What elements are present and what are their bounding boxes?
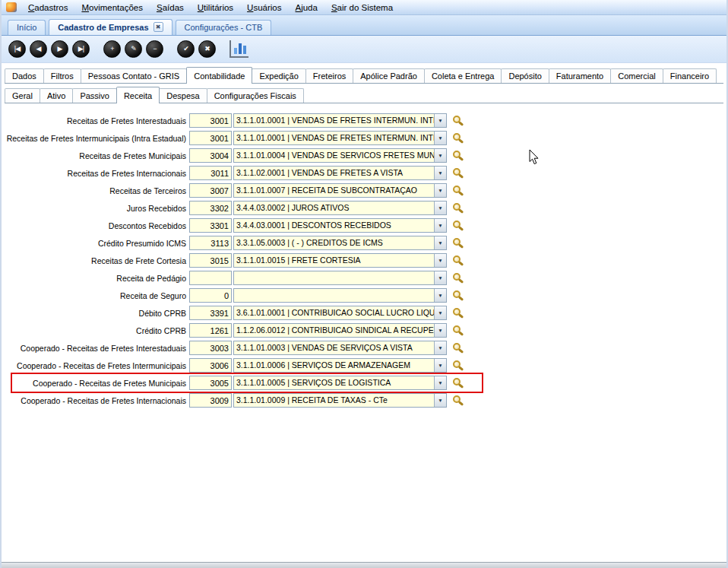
account-code-input[interactable]: [189, 148, 232, 163]
chevron-down-icon[interactable]: ▼: [434, 184, 446, 197]
account-code-input[interactable]: [189, 201, 232, 215]
menu-item-utilitarios[interactable]: Utilitários: [191, 2, 240, 14]
account-combobox[interactable]: 3.1.1.01.0004 | VENDAS DE SERVICOS FRETE…: [233, 148, 447, 163]
account-code-input[interactable]: [189, 236, 232, 250]
account-combobox[interactable]: 3.1.1.01.0006 | SERVIÇOS DE ARMAZENAGEM …: [233, 358, 447, 373]
tab-faturamento[interactable]: Faturamento: [549, 68, 611, 83]
account-code-input[interactable]: [189, 323, 232, 338]
search-lookup-button[interactable]: [451, 183, 467, 198]
account-code-input[interactable]: [189, 113, 232, 128]
tab-deposito[interactable]: Depósito: [501, 68, 549, 83]
first-record-button[interactable]: |◀: [8, 40, 26, 58]
tab-apolice-padrao[interactable]: Apólice Padrão: [353, 68, 425, 83]
chevron-down-icon[interactable]: ▼: [434, 306, 446, 319]
account-combobox[interactable]: 3.1.1.01.0005 | SERVIÇOS DE LOGISTICA ▼: [233, 376, 447, 390]
tab-freteiros[interactable]: Freteiros: [305, 68, 353, 83]
subtab-passivo[interactable]: Passivo: [72, 88, 117, 103]
search-lookup-button[interactable]: [451, 148, 467, 163]
search-lookup-button[interactable]: [451, 166, 467, 181]
chevron-down-icon[interactable]: ▼: [434, 341, 446, 354]
account-combobox[interactable]: 3.1.1.02.0001 | VENDAS DE FRETES A VISTA…: [233, 166, 447, 180]
search-lookup-button[interactable]: [451, 236, 467, 251]
chevron-down-icon[interactable]: ▼: [434, 324, 446, 337]
search-lookup-button[interactable]: [451, 201, 467, 216]
menu-item-cadastros[interactable]: Cadastros: [21, 2, 74, 14]
chart-button[interactable]: [229, 40, 248, 58]
menu-item-sair-do-sistema[interactable]: Sair do Sistema: [324, 2, 400, 14]
tab-filtros[interactable]: Filtros: [43, 68, 81, 83]
close-tab-icon[interactable]: ✖: [154, 22, 163, 32]
account-combobox[interactable]: 3.1.1.01.0001 | VENDAS DE FRETES INTERMU…: [233, 113, 447, 128]
account-code-input[interactable]: [189, 306, 232, 320]
account-combobox[interactable]: 3.1.1.01.0015 | FRETE CORTESIA ▼: [233, 253, 447, 268]
menu-item-usuarios[interactable]: Usuários: [240, 2, 288, 14]
search-lookup-button[interactable]: [451, 393, 467, 408]
chevron-down-icon[interactable]: ▼: [434, 149, 446, 162]
delete-record-button[interactable]: −: [146, 40, 163, 58]
account-combobox[interactable]: 3.6.1.01.0001 | CONTRIBUICAO SOCIAL LUCR…: [233, 306, 447, 320]
chevron-down-icon[interactable]: ▼: [434, 114, 446, 127]
chevron-down-icon[interactable]: ▼: [434, 236, 446, 249]
account-code-input[interactable]: [189, 358, 232, 373]
account-code-input[interactable]: [189, 183, 232, 198]
account-combobox[interactable]: 3.1.1.01.0009 | RECEITA DE TAXAS - CTe ▼: [233, 393, 447, 408]
window-tab-cadastro-de-empresas[interactable]: Cadastro de Empresas✖: [49, 19, 172, 35]
search-lookup-button[interactable]: [451, 113, 467, 129]
search-lookup-button[interactable]: [451, 253, 467, 268]
tab-coleta-e-entrega[interactable]: Coleta e Entrega: [424, 68, 502, 83]
next-record-button[interactable]: ▶: [51, 40, 68, 58]
confirm-button[interactable]: ✔: [177, 40, 195, 58]
menu-item-movimentacoes[interactable]: Movimentações: [74, 2, 150, 14]
account-combobox[interactable]: 1.1.2.06.0012 | CONTRIBUICAO SINDICAL A …: [233, 323, 447, 338]
account-combobox[interactable]: 3.1.1.01.0001 | VENDAS DE FRETES INTERMU…: [233, 131, 447, 145]
search-lookup-button[interactable]: [451, 131, 467, 146]
chevron-down-icon[interactable]: ▼: [434, 376, 446, 389]
edit-record-button[interactable]: ✎: [125, 40, 142, 58]
chevron-down-icon[interactable]: ▼: [434, 271, 446, 284]
subtab-despesa[interactable]: Despesa: [159, 88, 207, 103]
account-combobox[interactable]: 3.4.4.03.0001 | DESCONTOS RECEBIDOS ▼: [233, 218, 447, 233]
window-tab-inicio[interactable]: Início: [8, 20, 46, 35]
subtab-receita[interactable]: Receita: [116, 87, 160, 103]
menu-item-ajuda[interactable]: Ajuda: [288, 2, 324, 14]
search-lookup-button[interactable]: [451, 306, 467, 321]
account-combobox[interactable]: ▼: [233, 271, 447, 285]
account-combobox[interactable]: 3.3.1.05.0003 | ( - ) CREDITOS DE ICMS ▼: [233, 236, 447, 250]
account-combobox[interactable]: 3.1.1.01.0003 | VENDAS DE SERVIÇOS A VIS…: [233, 341, 447, 355]
chevron-down-icon[interactable]: ▼: [434, 132, 446, 144]
chevron-down-icon[interactable]: ▼: [434, 394, 446, 407]
account-code-input[interactable]: [189, 376, 232, 390]
search-lookup-button[interactable]: [451, 341, 467, 356]
search-lookup-button[interactable]: [451, 376, 467, 391]
account-code-input[interactable]: [189, 271, 232, 285]
insert-record-button[interactable]: +: [103, 40, 121, 58]
chevron-down-icon[interactable]: ▼: [434, 359, 446, 372]
previous-record-button[interactable]: ◀: [30, 40, 47, 58]
account-code-input[interactable]: [189, 393, 232, 408]
account-code-input[interactable]: [189, 253, 232, 268]
chevron-down-icon[interactable]: ▼: [434, 201, 446, 214]
search-lookup-button[interactable]: [451, 323, 467, 338]
tab-pessoas-contato-gris[interactable]: Pessoas Contato - GRIS: [81, 68, 187, 83]
tab-contabilidade[interactable]: Contabilidade: [186, 67, 252, 84]
window-tab-configuracoes-ctb[interactable]: Configurações - CTB: [176, 20, 272, 35]
tab-financeiro[interactable]: Financeiro: [663, 68, 717, 83]
subtab-ativo[interactable]: Ativo: [40, 88, 73, 103]
account-code-input[interactable]: [189, 341, 232, 355]
chevron-down-icon[interactable]: ▼: [434, 254, 446, 267]
menu-item-saidas[interactable]: Saídas: [150, 2, 191, 14]
search-lookup-button[interactable]: [451, 271, 467, 286]
last-record-button[interactable]: ▶|: [72, 40, 90, 58]
chevron-down-icon[interactable]: ▼: [434, 219, 446, 232]
account-code-input[interactable]: [189, 288, 232, 303]
cancel-button[interactable]: ✖: [198, 40, 216, 58]
chevron-down-icon[interactable]: ▼: [434, 289, 446, 302]
tab-expedicao[interactable]: Expedição: [252, 68, 305, 83]
tab-comercial[interactable]: Comercial: [610, 68, 663, 83]
search-lookup-button[interactable]: [451, 358, 467, 373]
account-combobox[interactable]: ▼: [233, 288, 447, 303]
account-code-input[interactable]: [189, 131, 232, 145]
account-code-input[interactable]: [189, 166, 232, 180]
subtab-geral[interactable]: Geral: [5, 88, 40, 103]
subtab-configuracoes-fiscais[interactable]: Configurações Fiscais: [207, 88, 304, 103]
